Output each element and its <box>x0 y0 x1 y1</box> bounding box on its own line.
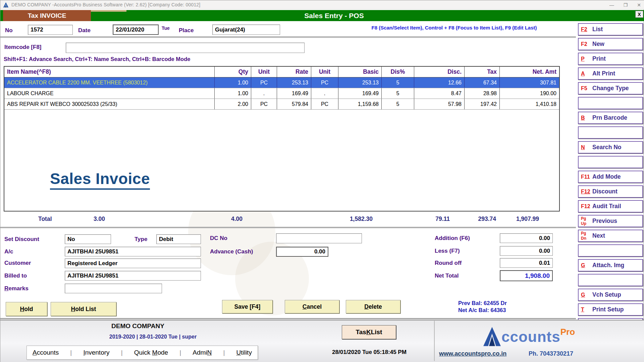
cancel-button[interactable]: Cancel <box>285 300 339 313</box>
item-value-cell: 5 <box>382 77 414 88</box>
maximize-icon[interactable]: ❐ <box>624 2 628 8</box>
item-value-cell: 2.00 <box>215 99 251 109</box>
totals-row: Total3.004.001,582.3079.11293.741,907.99 <box>0 214 576 225</box>
sidebar-button-label: Print <box>592 55 606 62</box>
dc-no-label: DC No <box>210 235 227 242</box>
voucher-type-title: Sales Invoice <box>50 170 150 190</box>
billed-to-input[interactable]: AJITBHAI 25U9851 <box>65 271 201 281</box>
separator <box>0 227 576 228</box>
logo-triangle-icon <box>483 326 501 347</box>
sidebar-button-previous[interactable]: PgUpPrevious <box>578 215 643 227</box>
shortcut-key: F11 <box>581 174 592 179</box>
tab-strip-decoration <box>91 10 126 12</box>
advance-cash-input[interactable]: 0.00 <box>276 247 328 257</box>
item-value-cell: 1.00 <box>215 77 251 88</box>
sidebar-button-label: Attach. Img <box>592 262 624 269</box>
menu-accounts[interactable]: Accounts <box>33 349 59 356</box>
item-value-cell: PC <box>311 99 338 109</box>
item-value-cell: PC <box>251 77 277 88</box>
itemcode-input[interactable] <box>66 43 305 53</box>
shortcut-key: PgDn <box>581 231 592 241</box>
sidebar-button-audit-trail[interactable]: F12Audit Trail <box>578 200 643 213</box>
sidebar-button-vch-setup[interactable]: GVch Setup <box>578 289 643 301</box>
minimize-icon[interactable]: — <box>609 2 614 8</box>
ac-input[interactable]: AJITBHAI 25U9851 <box>65 247 201 256</box>
logo-text: ccounts <box>501 326 560 348</box>
close-icon[interactable]: ✕ <box>637 2 641 8</box>
sidebar-button-print[interactable]: PPrint <box>578 53 643 65</box>
website-link[interactable]: www.accountspro.co.in <box>439 350 506 357</box>
sidebar-button-alt-print[interactable]: AAlt Print <box>578 67 643 80</box>
customer-label: Customer <box>4 260 31 266</box>
item-value-cell: 197.42 <box>465 99 500 109</box>
item-value-cell: 5 <box>382 99 414 109</box>
type-label: Type <box>135 236 147 243</box>
item-value-cell: 1.00 <box>215 88 251 99</box>
item-value-cell: 253.13 <box>338 77 382 88</box>
shortcut-key: A <box>581 71 592 76</box>
advance-cash-label: Advance (Cash) <box>210 248 253 255</box>
addition-input[interactable]: 0.00 <box>500 233 553 243</box>
column-header: Dis% <box>382 67 414 77</box>
column-header: Unit <box>251 67 277 77</box>
page-title: Sales Entry - POS <box>259 10 410 21</box>
shortcut-key: T <box>581 307 592 312</box>
customer-input[interactable]: Registered Ledger <box>65 258 201 268</box>
date-label: Date <box>78 27 91 34</box>
sidebar-button-change-type[interactable]: F5Change Type <box>578 82 643 95</box>
save-button[interactable]: Save [F4] <box>222 300 273 313</box>
table-header-row: Item Name(^F8)QtyUnitRateUnitBasicDis%Di… <box>4 67 559 77</box>
remarks-input[interactable] <box>65 284 162 293</box>
menu-utility[interactable]: Utility <box>236 349 252 356</box>
sidebar-button-discount[interactable]: F12Discount <box>578 185 643 198</box>
addition-label: Addition (F6) <box>435 235 470 242</box>
sidebar-button-empty <box>578 126 643 139</box>
menu-separator: | <box>179 349 181 356</box>
sidebar-button-attach-img[interactable]: GAttach. Img <box>578 259 643 272</box>
menu-quick-mode[interactable]: Quick Mode <box>134 349 168 356</box>
column-header: Item Name(^F8) <box>4 67 215 77</box>
hold-list-button[interactable]: Hold List <box>51 302 116 316</box>
invoice-no-input[interactable]: 1572 <box>28 25 73 35</box>
close-form-button[interactable]: X <box>635 11 643 18</box>
sidebar-button-label: Audit Trail <box>592 203 621 210</box>
total-disc: 79.11 <box>403 216 450 223</box>
total-label: Total <box>38 216 52 223</box>
item-value-cell: 12.66 <box>414 77 465 88</box>
sidebar-button-empty <box>578 274 643 286</box>
less-input[interactable]: 0.00 <box>500 246 553 256</box>
round-off-input[interactable]: 0.01 <box>500 258 553 268</box>
total-basic: 1,582.30 <box>326 216 373 223</box>
menu-admin[interactable]: AdmiN <box>193 349 212 356</box>
dc-no-input[interactable] <box>276 233 362 243</box>
sidebar-button-new[interactable]: F2New <box>578 38 643 50</box>
column-header: Unit <box>311 67 338 77</box>
prev-balance: Prev Bal: 62455 Dr <box>458 300 507 307</box>
type-input[interactable]: Debit <box>156 234 201 244</box>
sidebar-button-print-setup[interactable]: TPrint Setup <box>578 303 643 316</box>
sidebar-button-label: Prn Barcode <box>592 114 627 121</box>
sidebar-button-add-mode[interactable]: F11Add Mode <box>578 171 643 183</box>
hold-button[interactable]: Hold <box>6 302 47 316</box>
sidebar-button-prn-barcode[interactable]: BPrn Barcode <box>578 112 643 124</box>
sidebar-button-next[interactable]: PgDnNext <box>578 230 643 242</box>
item-row[interactable]: ACCELERATOR CABLE 2200 MM. VEETHREE (580… <box>4 77 559 88</box>
set-discount-input[interactable]: No <box>65 234 111 244</box>
item-value-cell: 169.49 <box>338 88 382 99</box>
menu-inventory[interactable]: Inventory <box>83 349 109 356</box>
sidebar-button-search-no[interactable]: NSearch No <box>578 141 643 154</box>
task-list-button[interactable]: TasK List <box>342 325 396 339</box>
sidebar-button-list[interactable]: F2List <box>578 23 643 36</box>
place-input[interactable]: Gujarat(24) <box>212 24 280 35</box>
shortcut-key: N <box>581 145 592 150</box>
sidebar-button-label: List <box>592 26 603 33</box>
item-row[interactable]: ABS REPAIR KIT WEBCO 300025033 (25/33)2.… <box>4 99 559 110</box>
item-row[interactable]: LABOUR CHARGE1.00.169.49.169.4958.4728.9… <box>4 88 559 99</box>
date-input[interactable]: 22/01/2020 <box>113 24 159 35</box>
application-window: DEMO COMPANY -AccountsPro Business Softw… <box>0 0 644 362</box>
tab-tax-invoice[interactable]: Tax INVOICE <box>3 10 91 21</box>
separator <box>0 37 576 38</box>
delete-button[interactable]: Delete <box>346 300 400 313</box>
set-discount-label: Set Discount <box>4 236 39 243</box>
less-label: Less (F7) <box>435 248 460 254</box>
